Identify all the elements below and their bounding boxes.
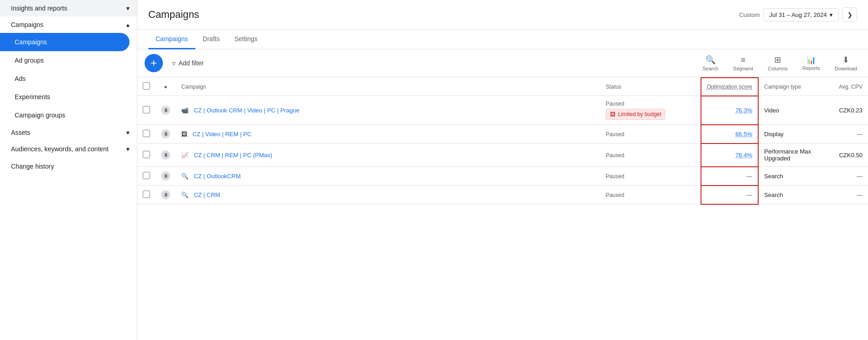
row-campaign-name-cell: 📹 CZ | Outlook CRM | Video | PC | Prague <box>176 96 600 125</box>
tab-campaigns[interactable]: Campaigns <box>148 30 195 49</box>
search-action[interactable]: 🔍 Search <box>699 53 722 73</box>
tabs-bar: Campaigns Drafts Settings <box>137 30 868 49</box>
topbar: Campaigns Custom Jul 31 – Aug 27, 2024 ▾… <box>137 0 868 30</box>
segment-action[interactable]: ≡ Segment <box>729 53 757 73</box>
row-campaign-type-cell: Performance Max Upgraded <box>758 143 822 167</box>
table-row: 📈 CZ | CRM | REM | PC (PMax) Paused 76.4… <box>137 143 868 167</box>
campaign-type-value: Performance Max Upgraded <box>764 148 811 162</box>
sidebar-item-ad-groups[interactable]: Ad groups <box>0 51 137 69</box>
campaign-name-link[interactable]: CZ | OutlookCRM <box>194 173 241 180</box>
sidebar-item-insights-reports[interactable]: Insights and reports ▾ <box>0 0 137 16</box>
search-label: Search <box>702 66 718 71</box>
campaign-type-value: Search <box>764 191 783 198</box>
row-status-cell: Paused <box>600 167 701 186</box>
limited-budget-badge: 🖼 Limited by budget <box>606 109 666 120</box>
pmax-type-icon: 📈 <box>181 152 189 159</box>
opt-score-value[interactable]: 76.4% <box>735 152 752 159</box>
row-avg-cpv-cell: CZK0.23 <box>822 96 868 125</box>
custom-label: Custom <box>739 11 760 18</box>
table-row: 🖼 CZ | Video | REM | PC Paused 66.5% Dis… <box>137 125 868 143</box>
row-pause-icon-cell <box>156 186 176 204</box>
sidebar-item-label: Assets <box>11 129 30 136</box>
sidebar-item-campaigns-group[interactable]: Campaigns ▴ <box>0 16 137 33</box>
tab-settings[interactable]: Settings <box>227 30 265 49</box>
add-campaign-button[interactable]: + <box>145 54 163 72</box>
row-checkbox[interactable] <box>143 130 150 137</box>
col-header-campaign: Campaign <box>176 78 600 96</box>
table-row: 📹 CZ | Outlook CRM | Video | PC | Prague… <box>137 96 868 125</box>
sidebar-item-audiences[interactable]: Audiences, keywords, and content ▾ <box>0 141 137 157</box>
campaign-name-link[interactable]: CZ | Outlook CRM | Video | PC | Prague <box>194 107 300 114</box>
row-campaign-type-cell: Search <box>758 186 822 204</box>
col-header-checkbox <box>137 78 156 96</box>
pause-status-icon <box>161 150 170 159</box>
status-dot-icon: ● <box>164 84 167 90</box>
reports-action[interactable]: 📊 Reports <box>799 54 824 73</box>
opt-score-value: — <box>746 191 752 198</box>
col-header-opt-score[interactable]: Optimization score <box>701 78 758 96</box>
sidebar-item-campaigns[interactable]: Campaigns <box>0 33 129 51</box>
sidebar-item-label: Campaign groups <box>15 112 65 119</box>
row-checkbox-cell <box>137 186 156 204</box>
row-checkbox[interactable] <box>143 191 150 198</box>
sidebar-item-label: Ad groups <box>15 57 44 64</box>
opt-score-value[interactable]: 66.5% <box>735 131 752 138</box>
pause-status-icon <box>161 190 170 199</box>
row-campaign-type-cell: Search <box>758 167 822 186</box>
col-header-status-dot: ● <box>156 78 176 96</box>
collapse-sidebar-button[interactable]: ❯ <box>842 7 857 22</box>
add-filter-button[interactable]: ▿ Add filter <box>167 55 209 71</box>
download-label: Download <box>835 66 857 71</box>
date-range-selector[interactable]: Jul 31 – Aug 27, 2024 ▾ <box>763 8 839 21</box>
select-all-checkbox[interactable] <box>143 82 150 90</box>
campaign-type-value: Video <box>764 107 779 114</box>
row-checkbox[interactable] <box>143 172 150 179</box>
table-row: 🔍 CZ | CRM Paused — Search <box>137 186 868 204</box>
status-text: Paused <box>606 192 625 198</box>
row-checkbox-cell <box>137 143 156 167</box>
limited-budget-icon: 🖼 <box>610 111 615 117</box>
sidebar-item-label: Campaigns <box>11 21 43 28</box>
row-avg-cpv-cell: CZK0.50 <box>822 143 868 167</box>
table-row: 🔍 CZ | OutlookCRM Paused — Search <box>137 167 868 186</box>
pause-status-icon <box>161 129 170 138</box>
row-pause-icon-cell <box>156 125 176 143</box>
download-icon: ⬇ <box>842 55 849 65</box>
opt-score-value: — <box>746 173 752 180</box>
row-checkbox[interactable] <box>143 106 150 113</box>
row-status-cell: Paused <box>600 186 701 204</box>
pause-status-icon <box>161 171 170 181</box>
display-type-icon: 🖼 <box>181 131 187 138</box>
download-action[interactable]: ⬇ Download <box>831 53 861 73</box>
status-text: Paused <box>606 152 625 159</box>
campaign-name-link[interactable]: CZ | CRM | REM | PC (PMax) <box>194 152 272 159</box>
columns-icon: ⊞ <box>774 55 781 65</box>
sidebar-item-experiments[interactable]: Experiments <box>0 88 137 106</box>
page-title: Campaigns <box>148 9 199 21</box>
plus-icon: + <box>151 57 157 69</box>
row-checkbox-cell <box>137 96 156 125</box>
sidebar-item-assets[interactable]: Assets ▾ <box>0 124 137 141</box>
row-opt-score-cell: 76.4% <box>701 143 758 167</box>
campaign-name-link[interactable]: CZ | Video | REM | PC <box>193 131 252 138</box>
row-opt-score-cell: — <box>701 186 758 204</box>
sidebar-item-label: Ads <box>15 75 26 82</box>
chevron-down-icon: ▾ <box>126 129 129 136</box>
columns-action[interactable]: ⊞ Columns <box>764 53 791 73</box>
sidebar-item-label: Insights and reports <box>11 5 67 12</box>
row-campaign-type-cell: Display <box>758 125 822 143</box>
filter-label: Add filter <box>178 59 204 67</box>
sidebar-item-change-history[interactable]: Change history <box>0 157 137 175</box>
row-checkbox[interactable] <box>143 151 150 158</box>
row-campaign-type-cell: Video <box>758 96 822 125</box>
tab-drafts[interactable]: Drafts <box>195 30 227 49</box>
chevron-down-icon: ▾ <box>126 5 129 12</box>
opt-score-value[interactable]: 76.3% <box>735 107 752 114</box>
sidebar: Insights and reports ▾ Campaigns ▴ Campa… <box>0 0 137 340</box>
reports-label: Reports <box>803 65 820 71</box>
reports-icon: 📊 <box>807 56 816 64</box>
sidebar-item-ads[interactable]: Ads <box>0 69 137 88</box>
campaign-name-link[interactable]: CZ | CRM <box>194 191 221 198</box>
sidebar-item-campaign-groups[interactable]: Campaign groups <box>0 106 137 124</box>
row-status-cell: Paused <box>600 143 701 167</box>
